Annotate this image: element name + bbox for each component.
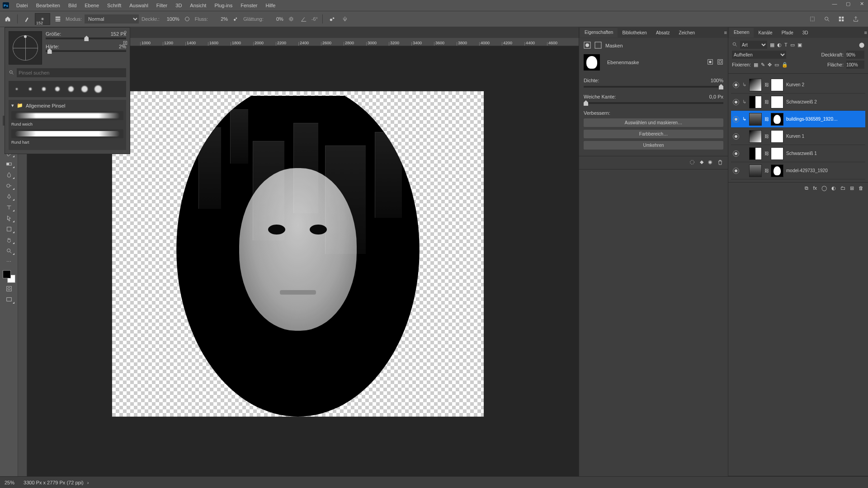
visibility-toggle[interactable] [733, 99, 739, 105]
screenmode-icon[interactable] [3, 295, 15, 305]
shape-tool[interactable] [3, 224, 15, 234]
angle-icon[interactable] [299, 14, 309, 24]
canvas[interactable] [112, 91, 484, 417]
window-maximize[interactable]: ▢ [844, 1, 853, 7]
add-mask-icon[interactable]: ◯ [821, 185, 827, 191]
filter-type-icon[interactable]: T [784, 42, 788, 47]
tab-paths[interactable]: Pfade [777, 28, 798, 37]
visibility-toggle[interactable] [733, 150, 739, 157]
smoothing-gear-icon[interactable] [286, 14, 296, 24]
document-info[interactable]: 3300 Px x 2779 Px (72 ppi) [24, 480, 84, 485]
filter-smart-icon[interactable]: ▣ [797, 42, 802, 48]
menu-bild[interactable]: Bild [65, 1, 80, 9]
feather-value[interactable]: 0,0 Px [709, 94, 723, 99]
size-slider[interactable] [46, 38, 126, 39]
edit-toolbar[interactable]: ⋯ [3, 257, 15, 267]
brush-item[interactable] [11, 111, 123, 120]
layer-name[interactable]: Kurven 2 [786, 82, 863, 87]
filter-shape-icon[interactable]: ▭ [790, 42, 795, 48]
select-subject-icon[interactable] [807, 14, 817, 24]
quickmask-icon[interactable] [3, 284, 15, 294]
mask-thumbnail[interactable] [771, 113, 783, 126]
layer-thumbnail[interactable] [749, 147, 762, 160]
pixel-mask-icon[interactable] [584, 42, 591, 50]
new-layer-icon[interactable]: ⊞ [850, 185, 854, 191]
info-menu-chevron[interactable]: › [87, 480, 89, 485]
density-slider[interactable] [584, 86, 723, 88]
panel-menu-icon[interactable]: ≡ [724, 30, 727, 35]
brush-preset[interactable] [24, 83, 37, 95]
menu-ansicht[interactable]: Ansicht [186, 1, 210, 9]
delete-layer-icon[interactable]: 🗑 [859, 185, 863, 191]
tab-paragraph[interactable]: Absatz [651, 28, 675, 37]
lock-artboard-icon[interactable]: ▭ [774, 62, 779, 68]
fill-input[interactable] [846, 61, 864, 69]
brush-item[interactable] [11, 129, 123, 138]
layer-style-icon[interactable]: fx [813, 185, 817, 191]
mask-thumbnail[interactable] [771, 147, 783, 160]
menu-ebene[interactable]: Ebene [81, 1, 103, 9]
new-group-icon[interactable]: 🗀 [840, 185, 845, 191]
symmetry-icon[interactable] [340, 14, 350, 24]
menu-hilfe[interactable]: Hilfe [262, 1, 279, 9]
brush-preset[interactable] [65, 83, 77, 95]
brush-preview[interactable]: 152 [35, 13, 50, 25]
flow-input[interactable] [211, 16, 228, 22]
link-layers-icon[interactable]: ⧉ [805, 185, 808, 191]
home-icon[interactable] [3, 14, 13, 24]
new-adjustment-icon[interactable]: ◐ [831, 185, 836, 191]
layer-row[interactable]: ↳⛓buildings-936589_1920… [731, 111, 865, 128]
mask-thumbnail[interactable] [584, 54, 600, 70]
brush-preset[interactable] [51, 83, 64, 95]
visibility-toggle[interactable] [733, 168, 739, 174]
mask-link-icon[interactable]: ⛓ [764, 82, 768, 87]
blend-mode-select[interactable]: Normal [85, 14, 139, 23]
layer-name[interactable]: Schwarzweiß 1 [786, 151, 863, 156]
blur-tool[interactable] [3, 170, 15, 180]
color-swatches[interactable] [3, 270, 15, 283]
pressure-size-icon[interactable] [327, 14, 337, 24]
layer-thumbnail[interactable] [749, 96, 762, 108]
layer-blend-select[interactable]: Aufhellen [732, 51, 786, 59]
tab-properties[interactable]: Eigenschaften [580, 28, 618, 38]
menu-plugins[interactable]: Plug-ins [211, 1, 236, 9]
filter-toggle[interactable]: ⬤ [859, 42, 864, 48]
mask-link-icon[interactable]: ⛓ [764, 134, 768, 139]
window-close[interactable]: ✕ [857, 1, 866, 7]
mask-link-icon[interactable]: ⛓ [764, 117, 768, 122]
layer-thumbnail[interactable] [749, 113, 762, 126]
zoom-value[interactable]: 25% [5, 480, 14, 485]
opacity-pressure-icon[interactable] [182, 14, 192, 24]
hardness-slider[interactable] [46, 50, 126, 52]
density-value[interactable]: 100% [711, 78, 723, 83]
brush-preset[interactable] [78, 83, 91, 95]
menu-bearbeiten[interactable]: Bearbeiten [33, 1, 64, 9]
tab-channels[interactable]: Kanäle [754, 28, 777, 37]
tab-character[interactable]: Zeichen [674, 28, 699, 37]
layer-row[interactable]: ↳⛓Schwarzweiß 2 [731, 94, 865, 111]
layer-name[interactable]: Schwarzweiß 2 [786, 99, 863, 104]
delete-mask-icon[interactable] [717, 159, 723, 166]
mask-link-icon[interactable]: ⛓ [764, 99, 768, 104]
layer-name[interactable]: model-429733_1920 [786, 168, 863, 173]
menu-fenster[interactable]: Fenster [237, 1, 261, 9]
tab-libraries[interactable]: Bibliotheken [618, 28, 651, 37]
brush-preset[interactable] [38, 83, 50, 95]
brush-angle-control[interactable] [9, 31, 42, 65]
feather-slider[interactable] [584, 102, 723, 104]
brush-panel-toggle-icon[interactable] [53, 14, 63, 24]
airbrush-icon[interactable] [231, 14, 241, 24]
mask-link-icon[interactable]: ⛓ [764, 168, 768, 173]
menu-3d[interactable]: 3D [172, 1, 185, 9]
share-icon[interactable] [851, 14, 861, 24]
menu-filter[interactable]: Filter [153, 1, 171, 9]
brush-preset[interactable] [92, 83, 104, 95]
window-minimize[interactable]: — [830, 1, 839, 7]
layer-thumbnail[interactable] [749, 164, 762, 177]
layer-name[interactable]: Kurven 1 [786, 134, 863, 139]
add-pixel-mask-icon[interactable] [707, 59, 713, 66]
lock-transparent-icon[interactable]: ▦ [754, 62, 758, 68]
layer-thumbnail[interactable] [749, 130, 762, 143]
zoom-tool[interactable] [3, 246, 15, 256]
layer-thumbnail[interactable] [749, 79, 762, 91]
